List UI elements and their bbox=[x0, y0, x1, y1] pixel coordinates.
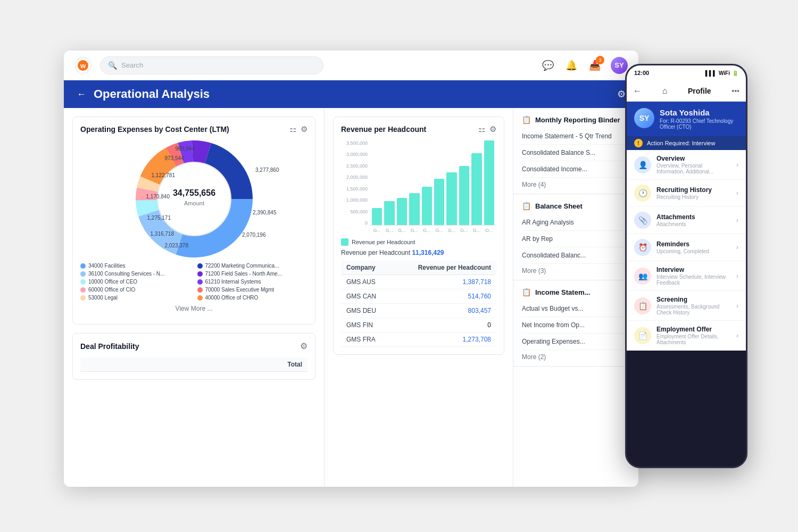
label-2023378: 2,023,378 bbox=[165, 243, 189, 248]
right-panel: 📋 Monthly Reporting Binder Income Statem… bbox=[513, 108, 638, 487]
label-2390845: 2,390,845 bbox=[253, 210, 277, 215]
legend-color bbox=[197, 271, 203, 277]
report-item[interactable]: AR Aging Analysis › bbox=[522, 214, 630, 231]
search-bar[interactable]: 🔍 Search bbox=[100, 56, 323, 74]
more-link[interactable]: More (2) bbox=[522, 350, 630, 364]
menu-sublabel: Attachments bbox=[656, 221, 731, 227]
menu-label: Interview bbox=[656, 266, 731, 273]
menu-item-overview[interactable]: 👤 Overview Overview, Personal Informatio… bbox=[627, 150, 746, 180]
y-label: 0 bbox=[341, 220, 368, 226]
menu-item-interview[interactable]: 👥 Interview Interview Schedule, Intervie… bbox=[627, 261, 746, 291]
legend-color bbox=[80, 287, 86, 293]
y-label: 2,500,000 bbox=[341, 163, 368, 169]
back-button[interactable]: ← bbox=[77, 89, 86, 100]
col-company: Company bbox=[341, 261, 392, 275]
profile-name: Sota Yoshida bbox=[660, 108, 738, 117]
legend-item: 60000 Office of CIO bbox=[80, 287, 191, 293]
monthly-binder-label: Monthly Reporting Binder bbox=[535, 116, 620, 124]
report-item[interactable]: Income Statement - 5 Qtr Trend › bbox=[522, 128, 630, 145]
bar-10 bbox=[484, 140, 494, 225]
bell-icon[interactable]: 🔔 bbox=[564, 58, 579, 73]
chart-legend-row: Revenue per Headcount bbox=[341, 238, 496, 246]
recruiting-history-icon: 🕐 bbox=[634, 185, 651, 202]
attachments-icon: 📎 bbox=[634, 212, 651, 229]
report-item-label: AR Aging Analysis bbox=[522, 219, 573, 226]
menu-text-employment: Employment Offer Employment Offer Detail… bbox=[656, 326, 731, 345]
value-cell: 514,760 bbox=[392, 289, 496, 304]
action-required-text: Action Required: Interview bbox=[647, 140, 715, 146]
col-revenue: Revenue per Headcount bbox=[392, 261, 496, 275]
menu-item-attachments[interactable]: 📎 Attachments Attachments › bbox=[627, 207, 746, 234]
menu-label: Attachments bbox=[656, 213, 731, 221]
phone-nav-title: Profile bbox=[688, 87, 711, 95]
menu-item-screening[interactable]: 📋 Screening Assessments, Background Chec… bbox=[627, 291, 746, 321]
settings-icon-card[interactable]: ⚙ bbox=[301, 124, 307, 134]
bar-7 bbox=[446, 172, 456, 225]
menu-sublabel: Upcoming, Completed bbox=[656, 248, 731, 254]
report-item[interactable]: Consolidated Income... › bbox=[522, 161, 630, 178]
more-link[interactable]: More (4) bbox=[522, 178, 630, 192]
view-more-link[interactable]: View More ... bbox=[80, 301, 307, 317]
table-row: GMS AUS 1,387,718 bbox=[341, 275, 496, 289]
svg-text:Amount: Amount bbox=[184, 200, 204, 206]
deal-settings-icon[interactable]: ⚙ bbox=[300, 341, 307, 351]
legend-item: 61210 Internal Systems bbox=[197, 279, 308, 285]
deal-profitability-title: Deal Profitability bbox=[80, 342, 139, 351]
filter-icon[interactable]: ⚏ bbox=[289, 124, 296, 134]
report-item[interactable]: AR by Rep › bbox=[522, 231, 630, 247]
report-item[interactable]: Consolidated Balanc... › bbox=[522, 247, 630, 264]
more-link[interactable]: More (3) bbox=[522, 264, 630, 278]
legend-item: 36100 Consulting Services - N... bbox=[80, 271, 191, 277]
search-placeholder: Search bbox=[121, 61, 143, 69]
legend-label: 40000 Office of CHRO bbox=[205, 295, 259, 301]
menu-item-employment-offer[interactable]: 📄 Employment Offer Employment Offer Deta… bbox=[627, 321, 746, 351]
company-cell: GMS FRA bbox=[341, 332, 392, 347]
legend-bar-indicator bbox=[341, 238, 348, 246]
menu-item-reminders[interactable]: ⏰ Reminders Upcoming, Completed › bbox=[627, 234, 746, 261]
revenue-table: Company Revenue per Headcount GMS AUS 1,… bbox=[341, 261, 496, 347]
operating-expenses-title: Operating Expenses by Cost Center (LTM) bbox=[80, 125, 229, 134]
settings-icon[interactable]: ⚙ bbox=[617, 88, 626, 100]
income-icon: 📋 bbox=[522, 288, 531, 296]
income-statement-title: 📋 Income Statem... bbox=[522, 288, 630, 296]
donut-svg: 34,755,656 Amount bbox=[82, 140, 306, 257]
menu-text-reminders: Reminders Upcoming, Completed bbox=[656, 240, 731, 254]
y-label: 3,500,000 bbox=[341, 140, 368, 146]
top-nav: w 🔍 Search 💬 🔔 📥 3 SY bbox=[64, 51, 638, 80]
report-item[interactable]: Net Income from Op... › bbox=[522, 317, 630, 334]
profile-avatar: SY bbox=[634, 108, 654, 128]
settings-icon-revenue[interactable]: ⚙ bbox=[489, 124, 496, 134]
filter-icon-revenue[interactable]: ⚏ bbox=[478, 124, 485, 134]
report-item-label: Consolidated Income... bbox=[522, 165, 587, 173]
svg-text:34,755,656: 34,755,656 bbox=[172, 188, 215, 197]
phone-home-icon[interactable]: ⌂ bbox=[662, 86, 668, 96]
legend-label: 10000 Office of CEO bbox=[88, 279, 137, 285]
report-item[interactable]: Actual vs Budget vs... › bbox=[522, 301, 630, 317]
legend-label: 70000 Sales Executive Mgmt bbox=[205, 287, 275, 293]
legend-label: 53000 Legal bbox=[88, 295, 118, 301]
report-item[interactable]: Operating Expenses... › bbox=[522, 334, 630, 350]
menu-item-recruiting-history[interactable]: 🕐 Recruiting History Recruiting History … bbox=[627, 180, 746, 207]
left-panel: Operating Expenses by Cost Center (LTM) … bbox=[64, 108, 325, 487]
tray-icon[interactable]: 📥 3 bbox=[587, 58, 602, 73]
chevron-right-icon: › bbox=[736, 244, 738, 251]
mobile-phone: 12:00 ▌▌▌ WiFi 🔋 ← ⌂ Profile ••• SY Sota… bbox=[625, 64, 747, 468]
legend-item: 72200 Marketing Communica... bbox=[197, 263, 308, 269]
user-avatar[interactable]: SY bbox=[611, 57, 628, 74]
income-statement-section: 📋 Income Statem... Actual vs Budget vs..… bbox=[513, 280, 638, 367]
menu-label: Reminders bbox=[656, 240, 731, 248]
label-1170840: 1,170,840 bbox=[146, 194, 170, 200]
legend-item: 34000 Facilities bbox=[80, 263, 191, 269]
middle-panel: Revenue per Headcount ⚏ ⚙ 3,500,000 3,00… bbox=[325, 108, 513, 487]
phone-more-icon[interactable]: ••• bbox=[732, 87, 739, 95]
overview-icon: 👤 bbox=[634, 156, 651, 173]
search-icon: 🔍 bbox=[108, 61, 117, 70]
workday-logo: w bbox=[74, 57, 92, 74]
phone-back-icon[interactable]: ← bbox=[633, 86, 642, 96]
table-row: GMS CAN 514,760 bbox=[341, 289, 496, 304]
table-row: GMS FRA 1,273,708 bbox=[341, 332, 496, 347]
report-item[interactable]: Consolidated Balance S... › bbox=[522, 145, 630, 161]
chat-icon[interactable]: 💬 bbox=[541, 58, 555, 73]
interview-icon: 👥 bbox=[634, 268, 651, 285]
revenue-current: Revenue per Headcount 11,316,429 bbox=[341, 249, 496, 256]
